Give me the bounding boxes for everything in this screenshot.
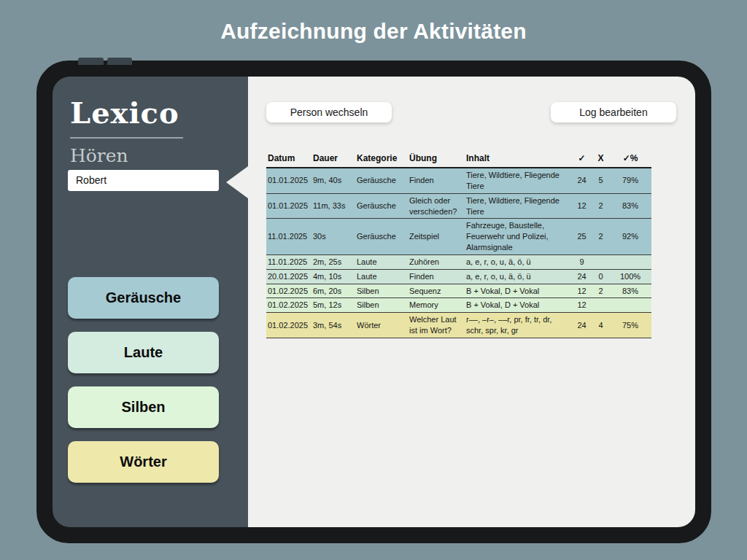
cell-kategorie: Wörter [355, 313, 408, 338]
cell-dauer: 6m, 20s [311, 284, 355, 298]
cell-uebung: Sequenz [408, 284, 465, 298]
cell-inhalt: B + Vokal, D + Vokal [465, 284, 571, 298]
cell-kategorie: Geräusche [355, 193, 408, 219]
cell-percent [609, 298, 651, 313]
cell-correct: 12 [571, 284, 592, 298]
cell-datum: 01.01.2025 [266, 168, 311, 193]
cell-dauer: 2m, 25s [311, 254, 355, 269]
cell-percent: 83% [609, 193, 651, 219]
cell-datum: 01.02.2025 [266, 298, 311, 313]
cell-correct: 12 [571, 193, 592, 219]
cell-kategorie: Silben [355, 298, 408, 313]
log-table-body: 01.01.2025 9m, 40s Geräusche Finden Tier… [266, 168, 651, 338]
cell-percent: 100% [609, 269, 651, 284]
change-person-button[interactable]: Person wechseln [266, 102, 392, 122]
cell-wrong: 2 [592, 219, 609, 255]
cell-inhalt: r––, –r–, ––r, pr, fr, tr, dr, schr, spr… [465, 313, 571, 338]
cell-dauer: 5m, 12s [311, 298, 355, 313]
cell-uebung: Welcher Laut ist im Wort? [408, 313, 465, 338]
cell-inhalt: a, e, r, o, u, ä, ö, ü [465, 269, 571, 284]
cell-wrong: 0 [592, 269, 609, 284]
category-button-geräusche[interactable]: Geräusche [68, 277, 219, 319]
cell-datum: 20.01.2025 [266, 269, 311, 284]
page-title: Aufzeichnung der Aktivitäten [0, 19, 747, 44]
log-row[interactable]: 11.01.2025 30s Geräusche Zeitspiel Fahrz… [266, 219, 651, 255]
log-row[interactable]: 20.01.2025 4m, 10s Laute Finden a, e, r,… [266, 269, 651, 284]
log-row[interactable]: 11.01.2025 2m, 25s Laute Zuhören a, e, r… [266, 254, 651, 269]
log-table-header-row: Datum Dauer Kategorie Übung Inhalt ✓ X ✓… [266, 152, 651, 168]
cell-dauer: 9m, 40s [311, 168, 355, 193]
cell-kategorie: Silben [355, 284, 408, 298]
volume-up-button [78, 58, 104, 65]
cell-inhalt: a, e, r, o, u, ä, ö, ü [465, 254, 571, 269]
column-header-percent: ✓% [609, 152, 651, 168]
activity-log-panel: Person wechseln Log bearbeiten Datum Dau… [248, 77, 695, 527]
person-name-field[interactable]: Robert [68, 170, 219, 191]
category-buttons-group: GeräuscheLauteSilbenWörter [68, 277, 219, 496]
app-logo: Lexico Hören [70, 96, 183, 166]
speech-bubble-tail [226, 166, 248, 198]
cell-uebung: Zuhören [408, 254, 465, 269]
logo-subtitle: Hören [70, 145, 183, 166]
cell-percent [609, 254, 651, 269]
cell-wrong: 2 [592, 284, 609, 298]
logo-title: Lexico [70, 96, 183, 130]
edit-log-button[interactable]: Log bearbeiten [551, 102, 676, 122]
cell-inhalt: Tiere, Wildtiere, Fliegende Tiere [465, 168, 571, 193]
cell-correct: 24 [571, 168, 592, 193]
cell-datum: 01.02.2025 [266, 313, 311, 338]
column-header-uebung: Übung [408, 152, 465, 168]
column-header-correct-icon: ✓ [571, 152, 592, 168]
cell-datum: 01.01.2025 [266, 193, 311, 219]
cell-dauer: 3m, 54s [311, 313, 355, 338]
category-button-wörter[interactable]: Wörter [68, 441, 219, 483]
log-row[interactable]: 01.02.2025 3m, 54s Wörter Welcher Laut i… [266, 313, 651, 338]
cell-kategorie: Laute [355, 269, 408, 284]
cell-wrong: 4 [592, 313, 609, 338]
cell-wrong: 5 [592, 168, 609, 193]
cell-wrong [592, 254, 609, 269]
logo-divider [70, 137, 183, 139]
cell-percent: 75% [609, 313, 651, 338]
cell-kategorie: Geräusche [355, 168, 408, 193]
cell-correct: 24 [571, 269, 592, 284]
log-row[interactable]: 01.02.2025 6m, 20s Silben Sequenz B + Vo… [266, 284, 651, 298]
cell-dauer: 4m, 10s [311, 269, 355, 284]
category-button-laute[interactable]: Laute [68, 332, 219, 373]
cell-datum: 01.02.2025 [266, 284, 311, 298]
activity-log-table: Datum Dauer Kategorie Übung Inhalt ✓ X ✓… [266, 152, 651, 338]
cell-kategorie: Laute [355, 254, 408, 269]
cell-dauer: 30s [311, 219, 355, 255]
cell-correct: 9 [571, 254, 592, 269]
cell-correct: 24 [571, 313, 592, 338]
cell-datum: 11.01.2025 [266, 219, 311, 255]
cell-uebung: Zeitspiel [408, 219, 465, 255]
cell-uebung: Gleich oder verschieden? [408, 193, 465, 219]
cell-uebung: Finden [408, 269, 465, 284]
column-header-datum: Datum [266, 152, 311, 168]
cell-uebung: Memory [408, 298, 465, 313]
cell-percent: 79% [609, 168, 651, 193]
log-row[interactable]: 01.02.2025 5m, 12s Silben Memory B + Vok… [266, 298, 651, 313]
column-header-dauer: Dauer [311, 152, 355, 168]
cell-kategorie: Geräusche [355, 219, 408, 255]
cell-dauer: 11m, 33s [311, 193, 355, 219]
log-row[interactable]: 01.01.2025 11m, 33s Geräusche Gleich ode… [266, 193, 651, 219]
tablet-frame: Lexico Hören Robert GeräuscheLauteSilben… [36, 61, 711, 543]
category-button-silben[interactable]: Silben [68, 386, 219, 428]
sidebar: Lexico Hören Robert GeräuscheLauteSilben… [53, 77, 248, 527]
cell-wrong [592, 298, 609, 313]
cell-inhalt: B + Vokal, D + Vokal [465, 298, 571, 313]
column-header-kategorie: Kategorie [355, 152, 408, 168]
volume-down-button [107, 58, 132, 65]
cell-inhalt: Fahrzeuge, Baustelle, Feuerwehr und Poli… [465, 219, 571, 255]
log-row[interactable]: 01.01.2025 9m, 40s Geräusche Finden Tier… [266, 168, 651, 193]
cell-wrong: 2 [592, 193, 609, 219]
cell-percent: 83% [609, 284, 651, 298]
column-header-inhalt: Inhalt [465, 152, 571, 168]
cell-percent: 92% [609, 219, 651, 255]
cell-inhalt: Tiere, Wildtiere, Fliegende Tiere [465, 193, 571, 219]
cell-datum: 11.01.2025 [266, 254, 311, 269]
column-header-wrong: X [592, 152, 609, 168]
cell-uebung: Finden [408, 168, 465, 193]
